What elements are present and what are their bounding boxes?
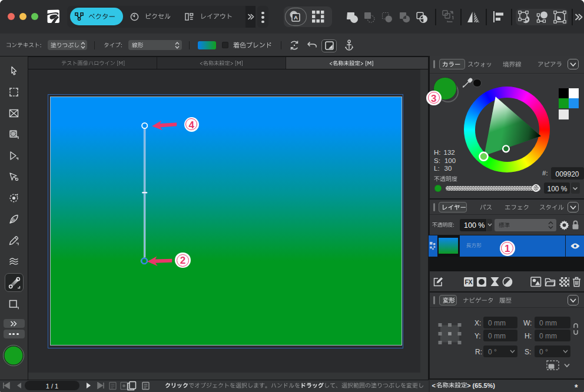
svg-text:A: A	[294, 14, 298, 21]
